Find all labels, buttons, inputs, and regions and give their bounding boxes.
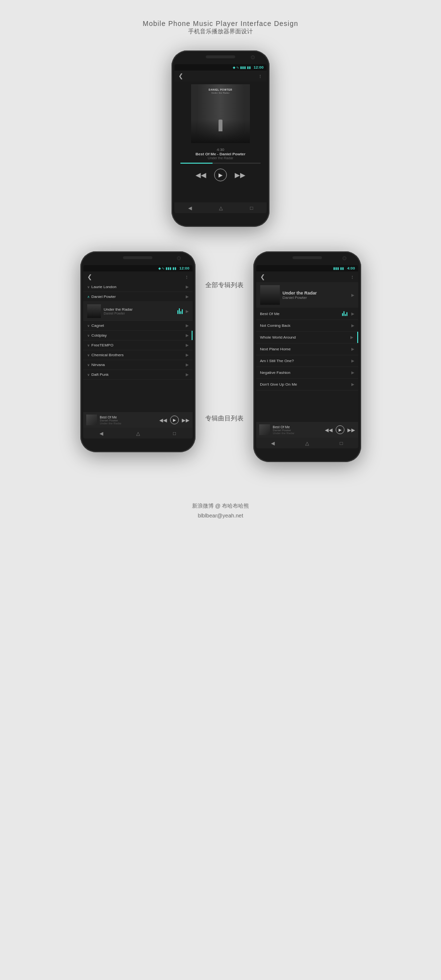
artist-thumb bbox=[87, 304, 101, 318]
track-item[interactable]: Am I Still The One? ▶ bbox=[256, 355, 358, 367]
artist-name-8: Nirvana bbox=[92, 363, 105, 367]
track-header-art bbox=[260, 285, 280, 305]
list-item[interactable]: ∨ Coldplay ▶ bbox=[83, 331, 193, 341]
title-en: Mobile Phone Music Player Interface Desi… bbox=[143, 20, 298, 27]
phone3-speaker bbox=[293, 256, 322, 259]
top-bar-2: ❮ ⋮ bbox=[83, 271, 193, 282]
signal-icon-2: ▮▮▮ bbox=[166, 267, 172, 270]
list-item[interactable]: ∨ Chemical Brothers ▶ bbox=[83, 350, 193, 360]
artist-list: ∨ Laurie London ▶ ∧ Daniel Powter ▶ bbox=[83, 282, 193, 412]
menu-button-3[interactable]: ⋮ bbox=[350, 275, 354, 279]
status-icons-3: ▮▮▮ ▮▮ bbox=[333, 267, 344, 270]
list-item[interactable]: ∧ Daniel Powter ▶ bbox=[83, 292, 193, 302]
nav-recents-icon[interactable]: □ bbox=[250, 205, 253, 211]
mini-play-3[interactable]: ▶ bbox=[336, 425, 344, 434]
status-icons-2: ◆ ∿ ▮▮▮ ▮▮ bbox=[158, 267, 176, 270]
signal-icon-3: ▮▮▮ bbox=[333, 267, 339, 270]
nav-back-icon-2[interactable]: ◀ bbox=[99, 431, 103, 436]
artist-name-1: Laurie London bbox=[92, 285, 117, 289]
back-button-3[interactable]: ❮ bbox=[260, 273, 265, 280]
artist-name-2: Daniel Powter bbox=[92, 294, 116, 299]
list-item[interactable]: ∨ Nirvana ▶ bbox=[83, 360, 193, 370]
battery-icon-2: ▮▮ bbox=[172, 267, 176, 270]
page-title-block: Mobile Phone Music Player Interface Desi… bbox=[143, 20, 298, 36]
artist-name-7: Chemical Brothers bbox=[92, 353, 124, 357]
track-item[interactable]: Not Coming Back ▶ bbox=[256, 320, 358, 332]
back-button-2[interactable]: ❮ bbox=[87, 273, 92, 280]
phone-camera bbox=[251, 55, 255, 59]
track-name-5: Am I Still The One? bbox=[260, 359, 351, 363]
battery-icon: ▮▮ bbox=[247, 66, 251, 70]
footer: 新浪微博 @ 布哈布哈熊 blblbear@yeah.net bbox=[192, 501, 249, 521]
bluetooth-icon: ◆ bbox=[233, 66, 235, 70]
playing-indicator bbox=[177, 308, 183, 314]
player-controls: ◀◀ ▶ ▶▶ bbox=[174, 166, 267, 185]
play-button[interactable]: ▶ bbox=[214, 169, 227, 181]
bar1 bbox=[177, 310, 178, 314]
nav-bar-3: ◀ △ □ bbox=[256, 438, 358, 448]
nav-back-icon[interactable]: ◀ bbox=[188, 205, 192, 211]
phone-player: ◆ ∿ ▮▮▮ ▮▮ 12:00 ❮ ⋮ DANIEL POWTERUnder … bbox=[172, 50, 270, 227]
list-item[interactable]: ∨ Cagnet ▶ bbox=[83, 321, 193, 331]
nav-recents-icon-2[interactable]: □ bbox=[173, 431, 176, 436]
status-bar-2: ◆ ∿ ▮▮▮ ▮▮ 12:00 bbox=[83, 265, 193, 271]
menu-button[interactable]: ⋮ bbox=[258, 74, 263, 78]
track-name-2: Not Coming Back bbox=[260, 323, 351, 328]
mini-album-2: Under the Radar bbox=[100, 422, 156, 425]
mini-next-2[interactable]: ▶▶ bbox=[182, 417, 190, 423]
top-bar-3: ❮ ⋮ bbox=[256, 271, 358, 282]
track-list: Best Of Me ▶ Not Coming Back ▶ bbox=[256, 308, 358, 422]
label-track-list: 专辑曲目列表 bbox=[205, 414, 244, 423]
bar3 bbox=[180, 311, 181, 314]
album-art-area: DANIEL POWTERUnder the Radar bbox=[174, 81, 267, 145]
progress-area bbox=[174, 161, 267, 166]
artist-name-4: Cagnet bbox=[92, 323, 104, 328]
track-item[interactable]: Best Of Me ▶ bbox=[256, 308, 358, 320]
track-item[interactable]: Don't Give Up On Me ▶ bbox=[256, 379, 358, 391]
player-song: Best Of Me - Daniel Powter bbox=[176, 152, 265, 156]
bluetooth-icon-2: ◆ bbox=[158, 267, 161, 270]
nav-recents-icon-3[interactable]: □ bbox=[340, 441, 343, 446]
list-item[interactable]: ∨ Laurie London ▶ bbox=[83, 282, 193, 292]
mini-info-3: Best Of Me Daniel Powter Under the Radar bbox=[273, 425, 322, 435]
track-screen: ▮▮▮ ▮▮ 4:00 ❮ ⋮ Under the Radar bbox=[256, 265, 358, 448]
status-time: 12:00 bbox=[254, 65, 264, 70]
phone-artist-list: ◆ ∿ ▮▮▮ ▮▮ 12:00 ❮ ⋮ ∨ Laurie L bbox=[80, 251, 196, 452]
phone3-camera bbox=[343, 256, 346, 260]
mini-prev-2[interactable]: ◀◀ bbox=[159, 417, 167, 423]
mini-next-3[interactable]: ▶▶ bbox=[347, 427, 355, 433]
list-item[interactable]: ∨ FreeTEMPO ▶ bbox=[83, 341, 193, 350]
mini-play-2[interactable]: ▶ bbox=[170, 416, 179, 424]
footer-email: blblbear@yeah.net bbox=[192, 511, 249, 521]
list-item[interactable]: ∨ Daft Punk ▶ bbox=[83, 370, 193, 380]
label-album-list: 全部专辑列表 bbox=[205, 281, 244, 290]
back-button[interactable]: ❮ bbox=[178, 73, 183, 79]
artist-name-5: Coldplay bbox=[92, 333, 107, 338]
nav-home-icon[interactable]: △ bbox=[219, 205, 223, 211]
list-item-active[interactable]: Under the Radar Daniel Powter ▶ bbox=[83, 302, 193, 321]
progress-fill bbox=[180, 163, 213, 164]
menu-button-2[interactable]: ⋮ bbox=[185, 275, 189, 279]
track-name-1: Best Of Me bbox=[260, 312, 342, 316]
nav-home-icon-3[interactable]: △ bbox=[305, 441, 309, 446]
mini-info-2: Best Of Me Daniel Powter Under the Radar bbox=[100, 416, 156, 425]
title-cn: 手机音乐播放器界面设计 bbox=[143, 27, 298, 36]
progress-bar[interactable] bbox=[180, 163, 261, 164]
track-item[interactable]: Next Plane Home ▶ bbox=[256, 343, 358, 355]
track-item[interactable]: Negative Fashion ▶ bbox=[256, 367, 358, 379]
artist-album-name: Under the Radar bbox=[104, 307, 133, 312]
mini-prev-3[interactable]: ◀◀ bbox=[325, 427, 333, 433]
track-name-6: Negative Fashion bbox=[260, 370, 351, 375]
album-cover-figure bbox=[219, 120, 222, 131]
track-item-active[interactable]: Whole World Around ▶ bbox=[256, 332, 358, 343]
status-bar-3: ▮▮▮ ▮▮ 4:00 bbox=[256, 265, 358, 271]
next-button[interactable]: ▶▶ bbox=[235, 171, 245, 179]
prev-button[interactable]: ◀◀ bbox=[196, 171, 206, 179]
status-time-2: 12:00 bbox=[179, 266, 189, 270]
track-name-3: Whole World Around bbox=[260, 335, 350, 340]
nav-home-icon-2[interactable]: △ bbox=[136, 431, 140, 436]
track-header: Under the Radar Daniel Powter ▶ bbox=[256, 282, 358, 308]
mini-thumb-3 bbox=[259, 424, 270, 435]
mini-player-2: Best Of Me Daniel Powter Under the Radar… bbox=[83, 412, 193, 428]
nav-back-icon-3[interactable]: ◀ bbox=[271, 441, 275, 446]
